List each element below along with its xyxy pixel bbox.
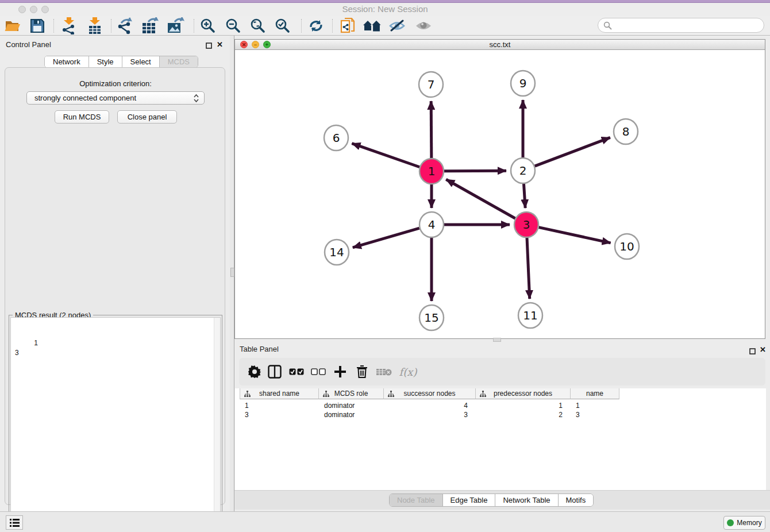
edge-1-6[interactable] [352,144,419,167]
tab-node-table[interactable]: Node Table [390,494,443,506]
table-cell[interactable]: 1 [240,401,319,410]
new-network-from-selection-button[interactable] [337,17,359,34]
show-all-button[interactable] [413,17,434,34]
import-table-button[interactable] [84,17,106,34]
close-table-panel-icon[interactable]: ✕ [760,345,766,354]
svg-text:14: 14 [329,245,344,259]
column-header-name[interactable]: name [571,388,619,399]
add-column-button[interactable] [331,363,349,380]
svg-text:9: 9 [519,76,527,90]
edge-3-11[interactable] [527,237,530,299]
graph-node-11[interactable]: 11 [518,303,542,328]
table-cell[interactable]: 2 [476,410,571,419]
memory-button[interactable]: Memory [723,516,765,530]
column-settings-button[interactable] [245,363,264,380]
import-table-icon [87,17,103,34]
graph-node-3[interactable]: 3 [514,212,538,237]
edge-2-8[interactable] [535,137,610,166]
graph-node-14[interactable]: 14 [325,240,349,265]
graph-node-4[interactable]: 4 [419,212,444,237]
tab-motifs[interactable]: Motifs [559,494,594,506]
graph-node-15[interactable]: 15 [419,305,444,330]
mcds-result-textarea[interactable]: 1 3 [10,317,221,530]
table-cell[interactable]: 1 [571,401,619,410]
export-network-button[interactable] [114,17,136,34]
edge-3-1[interactable] [446,179,515,218]
column-header-predecessor-nodes[interactable]: predecessor nodes [476,388,571,399]
graph-node-8[interactable]: 8 [614,119,638,144]
export-image-button[interactable] [165,17,187,34]
graph-node-10[interactable]: 10 [615,234,639,259]
zoom-fit-icon [250,18,266,34]
search-input[interactable] [598,18,764,33]
edge-1-7[interactable] [431,101,432,159]
home-button[interactable] [361,17,383,34]
table-cell[interactable]: dominator [319,401,384,410]
window-minimize-button[interactable] [30,6,37,13]
hide-selected-button[interactable] [386,17,408,34]
run-mcds-button[interactable]: Run MCDS [55,110,109,124]
edge-1-2[interactable] [444,171,506,171]
close-panel-icon[interactable]: ✕ [217,40,223,49]
table-cell[interactable]: 3 [384,410,476,419]
window-close-button[interactable] [18,6,26,13]
zoom-fit-button[interactable] [247,17,269,34]
scrollbar-track[interactable] [214,318,220,530]
float-panel-icon[interactable] [206,41,212,51]
graph-node-9[interactable]: 9 [511,71,535,96]
column-header-successor-nodes[interactable]: successor nodes [384,388,476,399]
table-cell[interactable]: 1 [476,401,571,410]
edge-2-3[interactable] [523,183,525,208]
table-cell[interactable]: 3 [571,410,619,419]
show-panels-button[interactable] [6,515,23,530]
window-zoom-button[interactable] [41,6,49,13]
delete-column-button[interactable] [353,363,371,380]
tab-mcds[interactable]: MCDS [160,56,198,67]
edge-4-14[interactable] [353,228,419,248]
node-table[interactable]: shared nameMCDS rolesuccessor nodesprede… [235,388,766,490]
zoom-in-button[interactable] [197,17,219,34]
refresh-view-button[interactable] [305,17,327,34]
function-builder-button[interactable]: f(x) [395,363,421,380]
table-tabs: Node TableEdge TableNetwork TableMotifs [389,494,594,507]
vertical-splitter[interactable] [230,36,234,511]
column-header-MCDS-role[interactable]: MCDS role [319,388,384,399]
graph-node-7[interactable]: 7 [419,72,443,97]
select-all-button[interactable] [287,363,306,380]
split-view-button[interactable] [265,363,284,380]
open-session-button[interactable] [2,17,24,34]
float-table-panel-icon[interactable] [749,346,756,357]
graph-node-2[interactable]: 2 [511,158,535,183]
horizontal-splitter-grip[interactable] [493,338,501,342]
criterion-select[interactable]: strongly connected component [26,91,205,105]
graph-node-6[interactable]: 6 [324,125,348,151]
network-graph-canvas[interactable]: 7968124314101511 [235,50,765,338]
tab-style[interactable]: Style [89,56,122,67]
deselect-all-button[interactable] [309,363,328,380]
graph-node-1[interactable]: 1 [419,159,444,184]
splitter-grip[interactable] [230,268,234,277]
zoom-out-button[interactable] [222,17,244,34]
column-header-shared-name[interactable]: shared name [240,388,319,399]
plus-icon [334,366,346,377]
network-maximize-icon[interactable]: + [263,41,271,48]
table-cell[interactable]: 4 [384,401,476,410]
delete-table-button[interactable] [375,363,393,380]
table-panel: Table Panel ✕ [234,343,770,511]
tab-select[interactable]: Select [122,56,160,67]
table-cell[interactable]: dominator [319,410,384,419]
export-table-button[interactable] [140,17,161,34]
status-bar: Memory [0,511,770,532]
network-close-icon[interactable]: ✕ [240,41,248,48]
network-window-titlebar[interactable]: ✕ − + scc.txt [235,40,765,50]
tab-edge-table[interactable]: Edge Table [443,494,496,506]
tab-network[interactable]: Network [45,56,89,67]
network-minimize-icon[interactable]: − [252,41,259,48]
close-panel-button[interactable]: Close panel [117,110,177,124]
tab-network-table[interactable]: Network Table [495,494,558,506]
edge-3-10[interactable] [538,228,610,243]
save-session-button[interactable] [26,17,48,34]
table-cell[interactable]: 3 [240,410,319,419]
import-network-button[interactable] [58,17,80,34]
zoom-selected-button[interactable] [272,17,294,34]
